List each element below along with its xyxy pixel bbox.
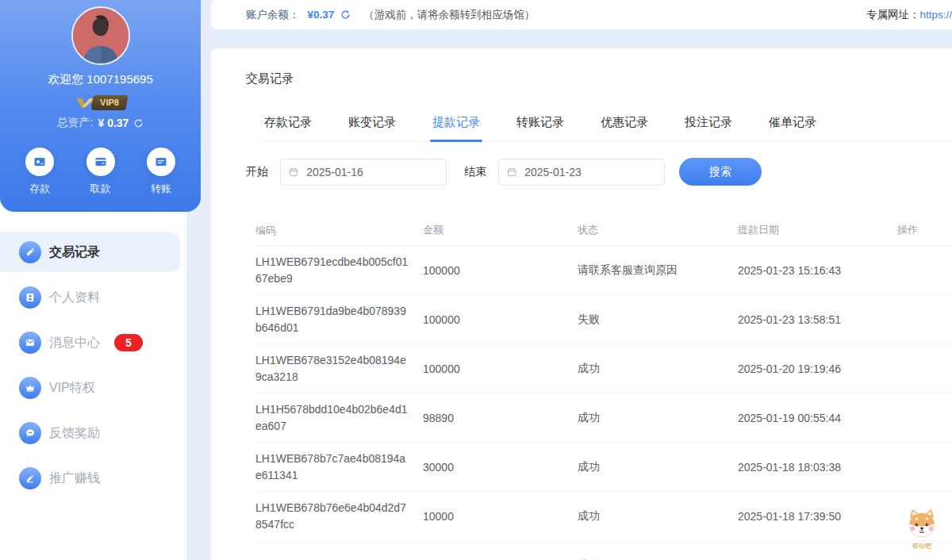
end-date-input[interactable]	[523, 165, 656, 179]
start-date-label: 开始	[246, 165, 268, 179]
withdraw-label: 取款	[79, 182, 123, 196]
col-header-date: 提款日期	[738, 223, 897, 237]
vip-badge: VIP8	[0, 94, 201, 110]
table-row: LH1WEB678b76e0e4b08194 10000 成功 2025-01-…	[255, 541, 952, 560]
search-button[interactable]: 搜索	[679, 158, 762, 186]
table-row: LH1H5678bdd10e4b02b6e4d1ea607 98890 成功 2…	[255, 393, 952, 443]
cell-code: LH1WEB6791da9be4b078939b646d01	[255, 303, 423, 336]
tab-account-change-records[interactable]: 账变记录	[346, 115, 398, 141]
topbar: 账户余额： ¥0.37 （游戏前，请将余额转到相应场馆） 专属网址： https…	[211, 0, 952, 29]
sidebar-item-label: 个人资料	[49, 290, 100, 306]
start-date-input[interactable]	[305, 165, 438, 179]
deposit-button[interactable]: 存款	[17, 148, 62, 196]
cell-code: LH1WEB678e3152e4b08194e9ca3218	[255, 352, 423, 385]
cell-amount: 98890	[423, 412, 578, 424]
promote-pencil-icon	[19, 467, 41, 489]
quick-actions: 存款 取款	[0, 148, 201, 196]
shiba-dog-icon	[905, 507, 939, 540]
withdraw-wallet-icon	[86, 148, 115, 176]
cell-date: 2025-01-19 00:55:44	[738, 412, 897, 424]
deposit-card-icon	[25, 148, 54, 176]
cell-date: 2025-01-18 18:03:38	[738, 461, 897, 474]
feedback-chat-icon	[19, 422, 41, 444]
transfer-button[interactable]: 转账	[139, 148, 183, 196]
table-row: LH1WEB6791ecdbe4b005cf0167ebe9 100000 请联…	[255, 246, 952, 295]
tab-transfer-records[interactable]: 转账记录	[514, 115, 566, 141]
sidebar-item-label: 交易记录	[49, 244, 100, 261]
sidebar-item-vip[interactable]: VIP特权	[0, 368, 180, 408]
end-date-label: 结束	[464, 165, 486, 179]
tab-bet-records[interactable]: 投注记录	[682, 115, 735, 141]
sidebar-item-feedback[interactable]: 反馈奖励	[0, 413, 180, 453]
tab-withdrawal-records[interactable]: 提款记录	[430, 115, 482, 141]
cell-status: 成功	[578, 362, 738, 376]
sidebar-item-label: 消息中心	[49, 335, 100, 351]
start-date-field[interactable]	[280, 159, 447, 186]
table-header-row: 编码 金额 状态 提款日期 操作	[255, 215, 952, 246]
end-date-field[interactable]	[498, 159, 665, 186]
balance-label: 账户余额：	[246, 8, 300, 22]
vip-crown-icon	[19, 377, 41, 399]
record-tabs: 存款记录 账变记录 提款记录 转账记录 优惠记录 投注记录 催单记录	[262, 115, 952, 142]
assets-value: ¥ 0.37	[98, 117, 129, 129]
assets-refresh-icon[interactable]	[133, 118, 144, 128]
balance-refresh-icon[interactable]	[340, 10, 351, 20]
welcome-text: 欢迎您 1007195695	[0, 72, 201, 87]
col-header-status: 状态	[578, 223, 738, 237]
transfer-card-icon	[147, 148, 175, 176]
tab-deposit-records[interactable]: 存款记录	[262, 115, 314, 141]
sidebar-item-label: 反馈奖励	[49, 425, 100, 442]
cell-code: LH1H5678bdd10e4b02b6e4d1ea607	[255, 401, 423, 435]
cell-date: 2025-01-20 19:19:46	[738, 362, 897, 375]
assets-label: 总资产:	[57, 116, 94, 130]
helper-mascot-widget[interactable]: 帮你吧	[904, 507, 939, 550]
withdraw-button[interactable]: 取款	[79, 148, 123, 196]
cell-amount: 10000	[423, 510, 578, 523]
cell-date: 2025-01-18 17:39:50	[738, 510, 897, 523]
sidebar-item-promote[interactable]: 推广赚钱	[0, 458, 180, 498]
cell-amount: 100000	[423, 362, 578, 375]
transfer-label: 转账	[139, 182, 183, 196]
sidebar-item-profile[interactable]: 个人资料	[0, 278, 180, 317]
balance-value: ¥0.37	[308, 9, 335, 21]
table-row: LH1WEB678b76e6e4b04d2d78547fcc 10000 成功 …	[255, 492, 952, 541]
col-header-amount: 金额	[423, 223, 578, 237]
total-assets: 总资产: ¥ 0.37	[0, 116, 201, 130]
cell-status: 成功	[578, 411, 738, 425]
cell-code: LH1WEB6791ecdbe4b005cf0167ebe9	[255, 254, 423, 287]
sidebar-menu: 交易记录 个人资料 消息中心 5	[0, 232, 186, 504]
sidebar-item-transactions[interactable]: 交易记录	[0, 232, 180, 272]
sidebar-item-messages[interactable]: 消息中心 5	[0, 323, 180, 362]
cell-code: LH1WEB678b76e6e4b04d2d78547fcc	[255, 500, 423, 533]
transaction-record-icon	[19, 241, 41, 263]
date-filter-bar: 开始 结束 搜索	[246, 158, 952, 186]
tab-promo-records[interactable]: 优惠记录	[598, 115, 651, 141]
balance-note: （游戏前，请将余额转到相应场馆）	[363, 8, 535, 22]
profile-icon	[19, 286, 41, 309]
deposit-label: 存款	[17, 182, 62, 196]
unread-count-badge: 5	[114, 334, 143, 351]
col-header-code: 编码	[255, 222, 423, 239]
cell-date: 2025-01-23 13:58:51	[738, 313, 897, 326]
main-content-card: 交易记录 存款记录 账变记录 提款记录 转账记录 优惠记录 投注记录 催单记录 …	[211, 48, 952, 560]
cell-status: 请联系客服查询原因	[578, 263, 738, 278]
sidebar-item-label: VIP特权	[49, 380, 95, 397]
vip-level-label: VIP8	[100, 96, 119, 109]
cell-amount: 100000	[423, 313, 578, 326]
cell-status: 失败	[578, 313, 738, 327]
tab-reminder-records[interactable]: 催单记录	[766, 115, 819, 141]
page-title: 交易记录	[246, 71, 952, 86]
cell-amount: 30000	[423, 461, 578, 474]
table-row: LH1WEB678b7c7ae4b08194ae611341 30000 成功 …	[255, 443, 952, 492]
sidebar-hero-panel: 欢迎您 1007195695 VIP8 总资产: ¥ 0.37	[0, 0, 201, 212]
exclusive-url-label: 专属网址：	[866, 8, 920, 22]
exclusive-url-link[interactable]: https://	[919, 9, 952, 21]
avatar-image	[73, 8, 129, 63]
withdrawal-table: 编码 金额 状态 提款日期 操作 LH1WEB6791ecdbe4b005cf0…	[255, 215, 952, 560]
message-envelope-icon	[19, 332, 41, 354]
cell-code: LH1WEB678b76e0e4b08194	[255, 557, 423, 560]
col-header-action: 操作	[897, 223, 952, 237]
cell-code: LH1WEB678b7c7ae4b08194ae611341	[255, 451, 423, 484]
table-row: LH1WEB6791da9be4b078939b646d01 100000 失败…	[255, 295, 952, 344]
mascot-label: 帮你吧	[904, 542, 939, 550]
